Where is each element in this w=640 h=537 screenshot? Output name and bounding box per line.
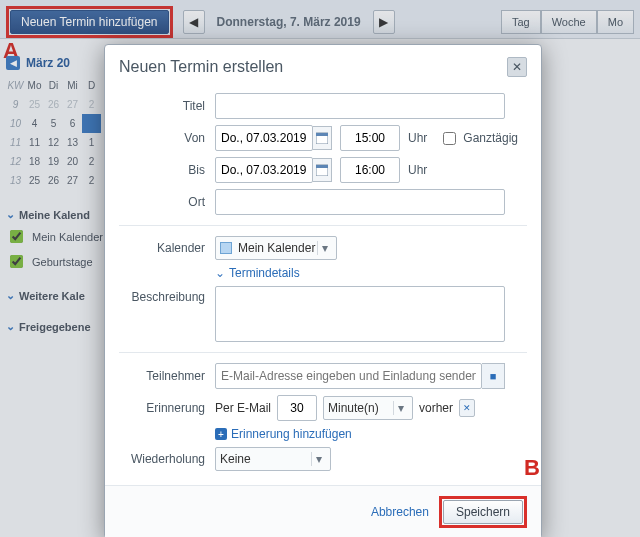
label-vorher: vorher <box>419 401 453 415</box>
reminder-value-input[interactable] <box>277 395 317 421</box>
label-to: Bis <box>119 163 215 177</box>
label-calendar: Kalender <box>119 241 215 255</box>
label-reminder: Erinnerung <box>119 401 215 415</box>
label-description: Beschreibung <box>119 286 215 304</box>
label-from: Von <box>119 131 215 145</box>
close-icon: ✕ <box>512 60 522 74</box>
annotation-b: B <box>524 455 540 481</box>
highlight-b: Speichern <box>439 496 527 528</box>
plus-icon: + <box>215 428 227 440</box>
add-reminder-link[interactable]: + Erinnerung hinzufügen <box>215 427 352 441</box>
remove-reminder-button[interactable]: ✕ <box>459 399 475 417</box>
reminder-type: Per E-Mail <box>215 401 271 415</box>
trash-icon: ✕ <box>463 403 471 413</box>
calendar-icon <box>316 132 328 144</box>
date-from-picker[interactable] <box>313 126 332 150</box>
label-location: Ort <box>119 195 215 209</box>
repeat-select[interactable]: Keine ▾ <box>215 447 331 471</box>
chevron-down-icon: ▾ <box>393 401 408 415</box>
time-from-input[interactable] <box>340 125 400 151</box>
date-to-picker[interactable] <box>313 158 332 182</box>
cancel-button[interactable]: Abbrechen <box>371 505 429 519</box>
address-book-button[interactable]: ■ <box>482 363 505 389</box>
chevron-icon: ⌄ <box>215 266 225 280</box>
label-uhr: Uhr <box>408 163 427 177</box>
reminder-unit-select[interactable]: Minute(n) ▾ <box>323 396 413 420</box>
location-input[interactable] <box>215 189 505 215</box>
title-input[interactable] <box>215 93 505 119</box>
participants-input[interactable] <box>215 363 482 389</box>
date-to-input[interactable] <box>215 157 313 183</box>
date-from-input[interactable] <box>215 125 313 151</box>
time-to-input[interactable] <box>340 157 400 183</box>
chevron-down-icon: ▾ <box>311 452 326 466</box>
term-details-link[interactable]: ⌄ Termindetails <box>215 266 300 280</box>
allday-checkbox[interactable]: Ganztägig <box>439 129 518 148</box>
calendar-color-icon <box>220 242 232 254</box>
label-repeat: Wiederholung <box>119 452 215 466</box>
separator <box>119 352 527 353</box>
dialog-title: Neuen Termin erstellen <box>119 58 283 76</box>
description-input[interactable] <box>215 286 505 342</box>
label-participants: Teilnehmer <box>119 369 215 383</box>
chevron-down-icon: ▾ <box>317 241 332 255</box>
svg-rect-3 <box>316 165 328 168</box>
close-button[interactable]: ✕ <box>507 57 527 77</box>
new-event-dialog: Neuen Termin erstellen ✕ Titel Von Uhr G… <box>104 44 542 537</box>
address-book-icon: ■ <box>490 370 497 382</box>
calendar-icon <box>316 164 328 176</box>
label-title: Titel <box>119 99 215 113</box>
svg-rect-1 <box>316 133 328 136</box>
calendar-select[interactable]: Mein Kalender ▾ <box>215 236 337 260</box>
label-uhr: Uhr <box>408 131 427 145</box>
separator <box>119 225 527 226</box>
save-button[interactable]: Speichern <box>443 500 523 524</box>
